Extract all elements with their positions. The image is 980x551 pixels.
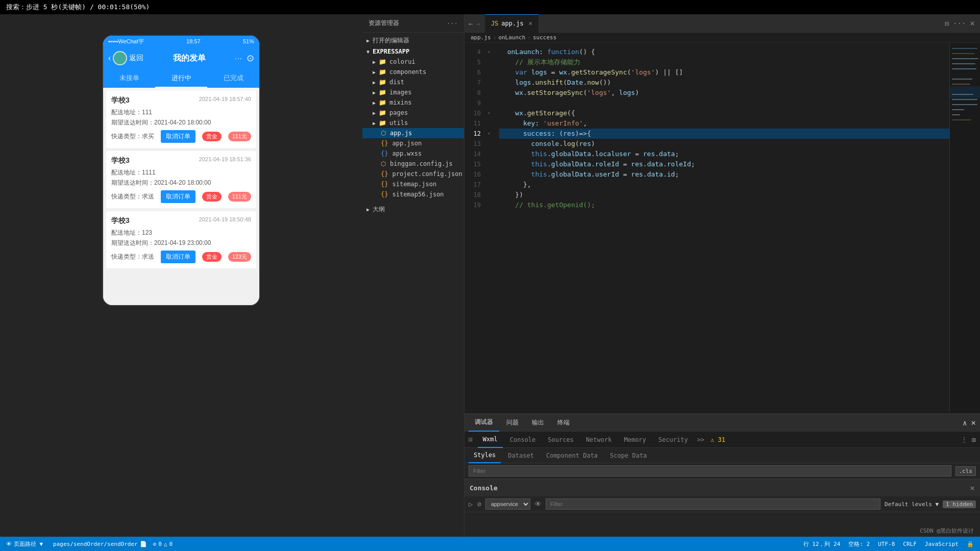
fold-indicator[interactable]: ▾: [485, 129, 493, 139]
folder-icon: 📁: [379, 119, 386, 127]
sidebar-item-components[interactable]: ▶ 📁 components: [362, 67, 464, 77]
warning-count: 0: [169, 541, 173, 547]
style-tab-dataset[interactable]: Dataset: [503, 448, 539, 463]
file-label: mixins: [389, 99, 411, 106]
default-levels-btn[interactable]: Default levels ▼: [885, 501, 939, 508]
sidebar-item-bingganconfig[interactable]: ⬡ binggan.config.js: [362, 159, 464, 169]
console-toolbar: ▷ ⊘ appservice 👁 Default levels ▼ 1 hidd…: [464, 496, 980, 512]
file-label: sitemap56.json: [392, 191, 444, 198]
breadcrumb: app.js › onLaunch › success: [464, 33, 980, 43]
line-num: 18: [464, 190, 485, 200]
debug-inner-tab-memory[interactable]: Memory: [619, 432, 651, 448]
status-right: 行 12，列 24 空格: 2 UTF-8 CRLF JavaScript 🔒: [803, 540, 974, 548]
camera-icon[interactable]: ⊙: [247, 53, 254, 64]
split-editor-icon[interactable]: ⊟: [945, 19, 949, 28]
sidebar-item-colorui[interactable]: ▶ 📁 colorui: [362, 57, 464, 67]
tab-inprogress[interactable]: 进行中: [155, 69, 207, 88]
code-lines[interactable]: onLaunch: function() { // 展示本地存储能力 var l…: [493, 43, 949, 413]
sidebar-item-images[interactable]: ▶ 📁 images: [362, 87, 464, 97]
console-clear-icon[interactable]: ⊘: [477, 500, 481, 508]
sidebar-item-utils[interactable]: ▶ 📁 utils: [362, 118, 464, 128]
debug-inner-tab-sources[interactable]: Sources: [543, 432, 579, 448]
debug-inner-tab-network[interactable]: Network: [581, 432, 617, 448]
settings-icon[interactable]: ⋮: [961, 436, 968, 444]
close-console-icon[interactable]: ×: [970, 483, 975, 493]
tab-completed[interactable]: 已完成: [207, 69, 259, 88]
tab-appjs[interactable]: JS app.js ×: [485, 14, 539, 33]
sidebar-item-projectconfig[interactable]: {} project.config.json: [362, 169, 464, 179]
panel-close-icon[interactable]: ×: [971, 418, 976, 428]
debug-tab-output[interactable]: 输出: [526, 414, 550, 432]
fold-indicator[interactable]: ▾: [485, 47, 493, 57]
feedback-icon[interactable]: ⊞: [972, 436, 976, 444]
sidebar-item-dist[interactable]: ▶ 📁 dist: [362, 77, 464, 87]
cls-badge[interactable]: .cls: [955, 466, 976, 476]
fold-indicator[interactable]: ▾: [485, 108, 493, 118]
debug-tab-terminal[interactable]: 终端: [551, 414, 576, 432]
cancel-order-btn[interactable]: 取消订单: [161, 251, 195, 263]
sidebar-item-mixins[interactable]: ▶ 📁 mixins: [362, 97, 464, 108]
style-tab-scope-data[interactable]: Scope Data: [605, 448, 652, 463]
svg-rect-2: [952, 58, 978, 59]
close-tab-icon[interactable]: ×: [529, 20, 532, 27]
svg-rect-14: [952, 119, 971, 120]
sidebar-item-pages[interactable]: ▶ 📁 pages: [362, 108, 464, 118]
js-file-icon: ⬡: [381, 160, 386, 167]
order-type: 快递类型：求买: [111, 132, 154, 141]
editor-tabs: ← → JS app.js × ⊟ ··· ×: [464, 14, 980, 33]
sidebar-item-outline[interactable]: ▶ 大纲: [362, 204, 464, 215]
cancel-order-btn[interactable]: 取消订单: [161, 130, 195, 143]
breadcrumb-appjs[interactable]: app.js: [471, 34, 491, 41]
breadcrumb-success[interactable]: success: [533, 34, 556, 41]
code-line: // 展示本地存储能力: [499, 57, 949, 67]
sidebar-item-open-editors[interactable]: ▶ 打开的编辑器: [362, 35, 464, 46]
code-line: wx.getStorage({: [499, 108, 949, 118]
sidebar-item-appjs[interactable]: ⬡ app.js: [362, 128, 464, 138]
more-actions-icon[interactable]: ···: [953, 19, 966, 28]
status-path[interactable]: 👁 页面路径 ▼ pages/sendOrder/sendOrder 📄: [6, 540, 147, 548]
order-type: 快递类型：求送: [111, 253, 154, 261]
debug-inner-tab-console[interactable]: Console: [505, 432, 541, 448]
more-tabs-icon[interactable]: >>: [697, 436, 704, 443]
sidebar-item-expressapp[interactable]: ▼ EXPRESSAPP: [362, 46, 464, 57]
open-editors-label: 打开的编辑器: [373, 36, 409, 45]
chevron-right-icon: ▶: [373, 90, 376, 95]
close-panel-icon[interactable]: ×: [970, 18, 975, 28]
code-content: 4 5 6 7 8 9 10 11 12 13 14 15 16 17 18 1…: [464, 43, 980, 413]
debug-tab-debugger[interactable]: 调试器: [469, 414, 499, 432]
console-filter-input[interactable]: [546, 498, 880, 510]
panel-up-icon[interactable]: ∧: [963, 419, 967, 427]
console-exec-icon[interactable]: ▷: [469, 500, 473, 508]
console-eye-icon[interactable]: 👁: [534, 500, 542, 508]
json-file-icon: {}: [381, 140, 388, 147]
file-explorer: 资源管理器 ··· ▶ 打开的编辑器 ▼ EXPRESSAPP ▶ 📁 colo…: [362, 14, 464, 551]
filter-input[interactable]: [469, 465, 951, 477]
style-tab-component-data[interactable]: Component Data: [541, 448, 603, 463]
file-label: colorui: [389, 58, 415, 65]
svg-rect-8: [950, 86, 980, 98]
style-tab-styles[interactable]: Styles: [469, 448, 501, 463]
sidebar-item-appjson[interactable]: {} app.json: [362, 138, 464, 148]
sidebar-item-sitemap[interactable]: {} sitemap.json: [362, 179, 464, 189]
debug-inner-tab-wxml[interactable]: Wxml: [478, 432, 503, 448]
back-icon[interactable]: ‹: [108, 54, 111, 63]
more-icon[interactable]: ···: [235, 54, 242, 62]
line-num: 10: [464, 108, 485, 118]
code-line: wx.setStorageSync('logs', logs): [499, 88, 949, 98]
cancel-order-btn[interactable]: 取消订单: [161, 190, 195, 203]
nav-back-icon[interactable]: ←: [469, 19, 473, 28]
sidebar-item-sitemap56[interactable]: {} sitemap56.json: [362, 189, 464, 199]
nav-forward-icon[interactable]: →: [476, 19, 480, 28]
fold-empty: [485, 78, 493, 88]
sidebar-item-appwxss[interactable]: {} app.wxss: [362, 148, 464, 159]
debug-tab-issues[interactable]: 问题: [500, 414, 525, 432]
phone-battery: 51%: [243, 38, 254, 44]
code-line: },: [499, 180, 949, 190]
console-service-select[interactable]: appservice: [485, 498, 530, 510]
explorer-more-icon[interactable]: ···: [447, 20, 458, 27]
phone-back-label[interactable]: 返回: [129, 54, 143, 63]
debug-inner-tab-security[interactable]: Security: [653, 432, 693, 448]
tab-pending[interactable]: 未接单: [103, 69, 155, 88]
breadcrumb-onlaunch[interactable]: onLaunch: [498, 34, 525, 41]
line-num: 11: [464, 118, 485, 129]
